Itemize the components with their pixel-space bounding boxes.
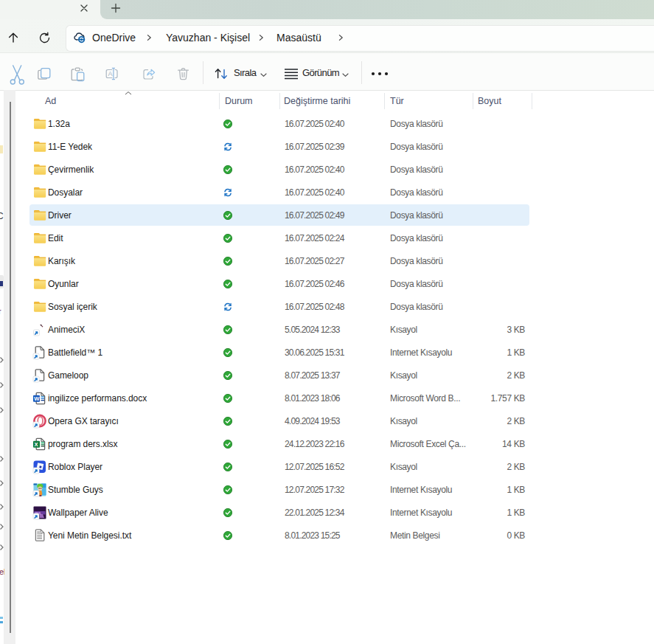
svg-text:A: A <box>108 70 112 77</box>
svg-text:X: X <box>35 440 38 447</box>
svg-text:W: W <box>34 395 40 401</box>
